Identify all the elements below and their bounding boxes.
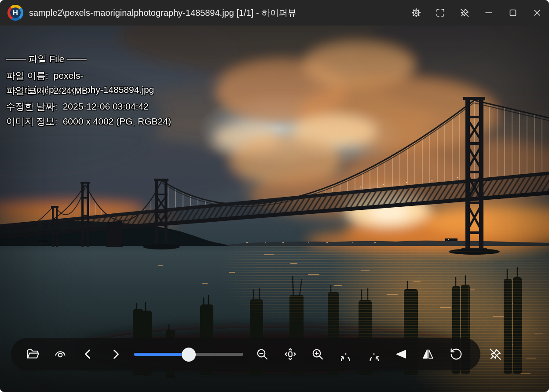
rotate-left-icon bbox=[339, 347, 353, 361]
file-size-text: 파일 크기:2.24 MB bbox=[6, 84, 88, 97]
reset-rotation-button[interactable] bbox=[447, 338, 466, 370]
open-file-button[interactable] bbox=[23, 338, 43, 370]
toolbar-pin-button[interactable] bbox=[487, 345, 504, 363]
file-info-header: ─── 파일 File ─── bbox=[6, 53, 87, 65]
image-viewport[interactable]: ─── 파일 File ─── 파일 이름:pexels- maoriginal… bbox=[0, 26, 549, 392]
close-icon bbox=[532, 7, 542, 18]
fullscreen-button[interactable] bbox=[428, 0, 452, 26]
settings-button[interactable] bbox=[404, 0, 428, 26]
pin-toggle-button[interactable] bbox=[452, 0, 476, 26]
eye-icon bbox=[53, 347, 67, 361]
pin-off-icon bbox=[488, 347, 502, 361]
flip-vertical-icon bbox=[394, 347, 408, 361]
flip-horizontal-icon bbox=[421, 347, 435, 361]
chevron-right-icon bbox=[109, 347, 123, 361]
zoom-in-icon bbox=[311, 347, 325, 361]
window-title: sample2\pexels-maoriginalphotography-148… bbox=[29, 0, 296, 26]
preview-button[interactable] bbox=[51, 338, 70, 370]
zoom-slider-fill bbox=[134, 353, 189, 356]
file-name-label: 파일 이름: bbox=[6, 70, 48, 81]
fullscreen-icon bbox=[435, 7, 446, 18]
rotate-right-button[interactable] bbox=[364, 338, 384, 370]
minimize-button[interactable] bbox=[476, 0, 501, 26]
open-folder-icon bbox=[26, 347, 40, 361]
rotate-right-icon bbox=[367, 347, 381, 361]
gear-icon bbox=[411, 7, 421, 18]
image-info-line: 이미지 정보:6000 x 4002 (PG, RGB24) bbox=[6, 115, 171, 128]
zoom-in-button[interactable] bbox=[308, 338, 327, 370]
modified-label: 수정한 날짜: bbox=[6, 101, 58, 111]
next-image-button[interactable] bbox=[106, 338, 125, 370]
flip-horizontal-button[interactable] bbox=[418, 338, 438, 370]
flip-vertical-button[interactable] bbox=[391, 338, 410, 370]
pin-off-icon bbox=[459, 7, 470, 18]
window-controls bbox=[404, 0, 549, 26]
maximize-icon bbox=[508, 7, 518, 18]
modified-date-line: 수정한 날짜:2025-12-06 03:04:42 bbox=[6, 100, 149, 113]
zoom-out-icon bbox=[255, 347, 269, 361]
close-button[interactable] bbox=[525, 0, 549, 26]
image-info-label: 이미지 정보: bbox=[6, 116, 58, 126]
titlebar[interactable]: H sample2\pexels-maoriginalphotography-1… bbox=[0, 0, 549, 26]
zoom-slider-handle[interactable] bbox=[182, 348, 196, 362]
previous-image-button[interactable] bbox=[78, 338, 98, 370]
pan-move-icon bbox=[283, 347, 297, 361]
reset-rotation-icon bbox=[449, 347, 463, 361]
maximize-button[interactable] bbox=[501, 0, 525, 26]
chevron-left-icon bbox=[81, 347, 95, 361]
file-name-value: pexels- bbox=[54, 70, 84, 81]
bottom-toolbar bbox=[11, 338, 480, 370]
image-info-value: 6000 x 4002 (PG, RGB24) bbox=[63, 116, 171, 126]
app-window: H sample2\pexels-maoriginalphotography-1… bbox=[0, 0, 549, 392]
minimize-icon bbox=[483, 7, 494, 18]
pan-mode-button[interactable] bbox=[281, 338, 300, 370]
file-size-line-overlapped: maoriginalphotography-1485894.jpg 파일 크기:… bbox=[6, 84, 217, 98]
zoom-out-button[interactable] bbox=[253, 338, 272, 370]
rotate-left-button[interactable] bbox=[336, 338, 355, 370]
app-logo-icon: H bbox=[7, 5, 23, 21]
file-name-line: 파일 이름:pexels- bbox=[6, 70, 83, 82]
modified-value: 2025-12-06 03:04:42 bbox=[63, 101, 149, 111]
zoom-slider[interactable] bbox=[134, 338, 243, 370]
